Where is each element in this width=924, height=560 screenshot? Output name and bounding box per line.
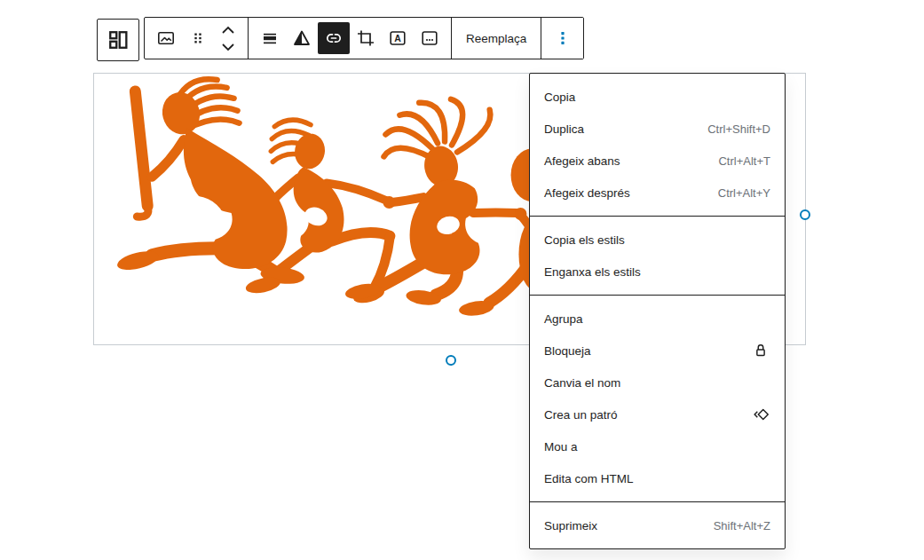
menu-item-label: Afegeix després: [544, 186, 630, 200]
link-button[interactable]: [318, 22, 350, 54]
menu-item-shortcut: Shift+Alt+Z: [714, 519, 770, 532]
ellipsis-vertical-icon: [552, 28, 573, 49]
lock-icon: [751, 341, 770, 360]
duotone-icon: [291, 28, 312, 49]
menu-item-label: Canvia el nom: [544, 376, 620, 390]
resize-handle-right[interactable]: [800, 209, 810, 220]
menu-item-insert-after[interactable]: Afegeix després Ctrl+Alt+Y: [530, 177, 785, 209]
menu-item-label: Copia els estils: [544, 233, 625, 247]
toolbar-section-replace: Reemplaça: [452, 18, 541, 59]
svg-text:A: A: [394, 33, 401, 43]
menu-item-label: Duplica: [544, 122, 584, 136]
menu-item-label: Bloqueja: [544, 344, 591, 358]
menu-group-block-actions: Agrupa Bloqueja Canvia el nom Crea un pa…: [530, 296, 785, 502]
menu-item-copy[interactable]: Copia: [530, 81, 785, 113]
block-editor-canvas: A Reemplaça: [0, 0, 924, 560]
move-up-button[interactable]: [215, 21, 241, 38]
menu-item-group[interactable]: Agrupa: [530, 303, 785, 335]
options-menu-button[interactable]: [541, 18, 583, 59]
crop-button[interactable]: [350, 22, 382, 54]
caption-button[interactable]: [414, 22, 446, 54]
align-icon: [259, 28, 280, 49]
toolbar-section-block: [145, 18, 248, 59]
menu-item-label: Agrupa: [544, 312, 583, 326]
symbol-icon: [751, 405, 770, 424]
resize-handle-bottom[interactable]: [446, 355, 456, 366]
duotone-filter-button[interactable]: [286, 22, 318, 54]
caption-icon: [419, 28, 440, 49]
menu-item-label: Edita com HTML: [544, 472, 634, 485]
chevron-down-icon: [220, 42, 236, 52]
block-options-menu: Copia Duplica Ctrl+Shift+D Afegeix abans…: [529, 73, 786, 549]
toolbar-section-tools: A: [249, 18, 451, 59]
image-block-type-button[interactable]: [150, 22, 182, 54]
menu-item-move-to[interactable]: Mou a: [530, 430, 785, 462]
menu-item-lock[interactable]: Bloqueja: [530, 335, 785, 367]
menu-item-delete[interactable]: Suprimeix Shift+Alt+Z: [530, 509, 785, 541]
parent-block-selector-button[interactable]: [97, 19, 139, 61]
menu-item-shortcut: Ctrl+Shift+D: [707, 122, 770, 136]
text-overlay-button[interactable]: A: [382, 22, 414, 54]
menu-group-styles: Copia els estils Enganxa els estils: [530, 217, 785, 296]
menu-item-create-pattern[interactable]: Crea un patró: [530, 398, 785, 430]
menu-item-rename[interactable]: Canvia el nom: [530, 367, 785, 398]
menu-item-shortcut: Ctrl+Alt+T: [718, 154, 770, 168]
menu-item-insert-before[interactable]: Afegeix abans Ctrl+Alt+T: [530, 145, 785, 177]
menu-item-label: Afegeix abans: [544, 154, 620, 168]
link-icon: [323, 28, 344, 49]
menu-item-edit-as-html[interactable]: Edita com HTML: [530, 462, 785, 494]
align-button[interactable]: [254, 22, 286, 54]
image-icon: [155, 28, 177, 49]
text-overlay-icon: A: [387, 28, 408, 49]
menu-item-copy-styles[interactable]: Copia els estils: [530, 224, 785, 256]
drag-handle[interactable]: [182, 22, 214, 54]
menu-item-label: Copia: [544, 91, 575, 104]
menu-item-label: Crea un patró: [544, 408, 618, 422]
menu-group-clipboard: Copia Duplica Ctrl+Shift+D Afegeix abans…: [530, 74, 785, 217]
menu-item-duplicate[interactable]: Duplica Ctrl+Shift+D: [530, 113, 785, 145]
chevron-up-icon: [220, 25, 236, 35]
menu-item-label: Suprimeix: [544, 519, 597, 532]
replace-button[interactable]: Reemplaça: [452, 18, 541, 59]
block-toolbar: A Reemplaça: [144, 17, 584, 59]
toolbar-section-options: [541, 18, 583, 59]
menu-item-paste-styles[interactable]: Enganxa els estils: [530, 256, 785, 288]
menu-group-remove: Suprimeix Shift+Alt+Z: [530, 502, 785, 548]
menu-item-label: Mou a: [544, 440, 578, 454]
menu-item-label: Enganxa els estils: [544, 265, 641, 279]
drag-icon: [188, 28, 208, 48]
crop-icon: [355, 28, 376, 49]
parent-block-icon: [106, 28, 130, 52]
menu-item-shortcut: Ctrl+Alt+Y: [718, 186, 770, 200]
move-down-button[interactable]: [215, 38, 241, 55]
